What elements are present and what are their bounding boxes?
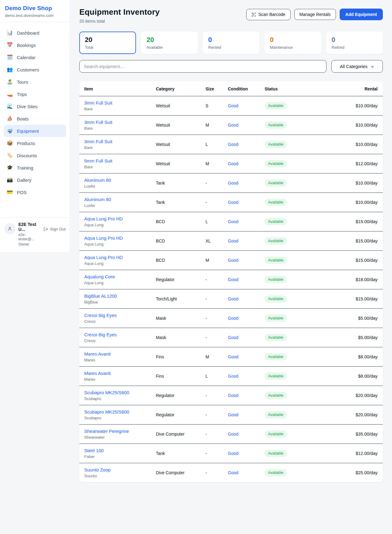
item-condition-link[interactable]: Good: [223, 116, 260, 135]
sidebar-item-calendar[interactable]: 🗓️ Calendar: [4, 51, 66, 63]
item-condition-link[interactable]: Good: [223, 251, 260, 270]
table-row[interactable]: Aqua Lung Pro HD Aqua Lung BCD L Good Av…: [79, 212, 383, 231]
table-row[interactable]: Steel 100 Faber Tank - Good Available $1…: [79, 444, 383, 463]
item-name-link[interactable]: 3mm Full Suit: [84, 120, 151, 125]
sidebar-item-dive-sites[interactable]: 🌊 Dive Sites: [4, 100, 66, 113]
table-row[interactable]: Aqua Lung Pro HD Aqua Lung BCD M Good Av…: [79, 251, 383, 270]
table-row[interactable]: Mares Avanti Mares Fins M Good Available…: [79, 347, 383, 367]
sidebar-item-products[interactable]: 📦 Products: [4, 137, 66, 149]
stat-card-maintenance[interactable]: 0 Maintenance: [264, 32, 321, 54]
status-badge: Available: [265, 160, 287, 167]
sidebar-item-dashboard[interactable]: 📊 Dashboard: [4, 27, 66, 39]
sign-out-label: Sign Out: [50, 227, 66, 231]
table-row[interactable]: BigBlue AL1200 BigBlue Torch/Light - Goo…: [79, 289, 383, 309]
item-condition-link[interactable]: Good: [223, 444, 260, 463]
item-condition-link[interactable]: Good: [223, 386, 260, 405]
item-condition-link[interactable]: Good: [223, 328, 260, 347]
item-name-link[interactable]: Shearwater Peregrine: [84, 429, 151, 434]
item-rental: $10.00/day: [315, 96, 383, 116]
item-condition-link[interactable]: Good: [223, 135, 260, 154]
sidebar-item-label: Trips: [17, 92, 27, 97]
item-condition-link[interactable]: Good: [223, 212, 260, 231]
brand-name[interactable]: Demo Dive Shop: [5, 5, 65, 12]
item-condition-link[interactable]: Good: [223, 425, 260, 444]
item-condition-link[interactable]: Good: [223, 367, 260, 386]
item-name-link[interactable]: Aluminum 80: [84, 177, 151, 183]
table-row[interactable]: Cressi Big Eyes Cressi Mask - Good Avail…: [79, 328, 383, 347]
item-name-link[interactable]: Scubapro MK25/S600: [84, 390, 151, 395]
table-row[interactable]: Mares Avanti Mares Fins L Good Available…: [79, 367, 383, 386]
item-condition-link[interactable]: Good: [223, 463, 260, 483]
table-row[interactable]: 3mm Full Suit Bare Wetsuit M Good Availa…: [79, 116, 383, 135]
table-row[interactable]: 3mm Full Suit Bare Wetsuit L Good Availa…: [79, 135, 383, 154]
item-name-link[interactable]: Mares Avanti: [84, 371, 151, 376]
table-row[interactable]: Scubapro MK25/S600 Scubapro Regulator - …: [79, 386, 383, 405]
sidebar-item-equipment[interactable]: 🤿 Equipment: [4, 125, 66, 137]
item-name-link[interactable]: Cressi Big Eyes: [84, 313, 151, 318]
table-row[interactable]: Shearwater Peregrine Shearwater Dive Com…: [79, 425, 383, 444]
item-name-link[interactable]: 3mm Full Suit: [84, 139, 151, 144]
table-row[interactable]: Scubapro MK25/S600 Scubapro Regulator - …: [79, 405, 383, 425]
stat-card-rented[interactable]: 0 Rented: [203, 32, 259, 54]
sidebar-item-gallery[interactable]: 📸 Gallery: [4, 174, 66, 186]
table-row[interactable]: Suunto Zoop Suunto Dive Computer - Good …: [79, 463, 383, 483]
item-name-link[interactable]: Scubapro MK25/S600: [84, 409, 151, 414]
item-condition-link[interactable]: Good: [223, 96, 260, 116]
sidebar-item-label: Equipment: [17, 128, 39, 134]
item-name-link[interactable]: Aqua Lung Pro HD: [84, 216, 151, 221]
sidebar-item-tours[interactable]: 🏝️ Tours: [4, 76, 66, 88]
item-condition-link[interactable]: Good: [223, 405, 260, 425]
table-row[interactable]: Aqualung Core Aqua Lung Regulator - Good…: [79, 270, 383, 289]
item-condition-link[interactable]: Good: [223, 270, 260, 289]
table-row[interactable]: Aluminum 80 Luxfer Tank - Good Available…: [79, 174, 383, 193]
stat-card-total[interactable]: 20 Total: [79, 32, 136, 54]
sidebar-item-discounts[interactable]: 🏷️ Discounts: [4, 149, 66, 162]
item-brand: Mares: [84, 377, 151, 382]
table-row[interactable]: Cressi Big Eyes Cressi Mask - Good Avail…: [79, 309, 383, 328]
item-condition-link[interactable]: Good: [223, 289, 260, 309]
item-name-link[interactable]: Suunto Zoop: [84, 467, 151, 472]
sidebar-item-boats[interactable]: ⛵ Boats: [4, 113, 66, 125]
item-name-link[interactable]: Mares Avanti: [84, 351, 151, 357]
sidebar-item-customers[interactable]: 👥 Customers: [4, 63, 66, 76]
item-name-link[interactable]: Aqua Lung Pro HD: [84, 235, 151, 241]
item-name-link[interactable]: 5mm Full Suit: [84, 158, 151, 163]
item-condition-link[interactable]: Good: [223, 231, 260, 251]
item-condition-link[interactable]: Good: [223, 154, 260, 174]
item-brand: Cressi: [84, 338, 151, 343]
item-name-link[interactable]: 3mm Full Suit: [84, 100, 151, 105]
item-condition-link[interactable]: Good: [223, 193, 260, 212]
table-row[interactable]: 3mm Full Suit Bare Wetsuit S Good Availa…: [79, 96, 383, 116]
item-condition-link[interactable]: Good: [223, 309, 260, 328]
item-rental: $12.00/day: [315, 154, 383, 174]
status-badge: Available: [265, 237, 287, 245]
sidebar-item-trips[interactable]: 🚤 Trips: [4, 88, 66, 100]
sign-out-button[interactable]: Sign Out: [43, 227, 66, 231]
sidebar-item-bookings[interactable]: 📅 Bookings: [4, 39, 66, 51]
table-row[interactable]: Aqua Lung Pro HD Aqua Lung BCD XL Good A…: [79, 231, 383, 251]
sidebar-item-pos[interactable]: 💳 POS: [4, 186, 66, 198]
table-row[interactable]: 5mm Full Suit Bare Wetsuit M Good Availa…: [79, 154, 383, 174]
item-name-link[interactable]: Aluminum 80: [84, 197, 151, 202]
item-condition-link[interactable]: Good: [223, 347, 260, 367]
item-condition-link[interactable]: Good: [223, 174, 260, 193]
item-name-link[interactable]: Aqualung Core: [84, 274, 151, 279]
item-name-link[interactable]: Cressi Big Eyes: [84, 332, 151, 337]
item-name-link[interactable]: BigBlue AL1200: [84, 293, 151, 299]
item-size: -: [201, 444, 223, 463]
table-row[interactable]: Aluminum 80 Luxfer Tank - Good Available…: [79, 193, 383, 212]
item-brand: Luxfer: [84, 203, 151, 208]
add-equipment-button[interactable]: Add Equipment: [340, 9, 383, 20]
search-input[interactable]: [79, 60, 326, 73]
item-rental: $15.00/day: [315, 251, 383, 270]
item-size: -: [201, 174, 223, 193]
item-name-link[interactable]: Aqua Lung Pro HD: [84, 255, 151, 260]
stat-card-available[interactable]: 20 Available: [141, 32, 198, 54]
item-size: M: [201, 251, 223, 270]
manage-rentals-button[interactable]: Manage Rentals: [294, 9, 336, 20]
scan-barcode-button[interactable]: Scan Barcode: [246, 9, 291, 20]
item-name-link[interactable]: Steel 100: [84, 448, 151, 453]
sidebar-item-training[interactable]: 🎓 Training: [4, 162, 66, 174]
stat-card-retired[interactable]: 0 Retired: [326, 32, 383, 54]
category-select[interactable]: All Categories: [331, 60, 383, 73]
